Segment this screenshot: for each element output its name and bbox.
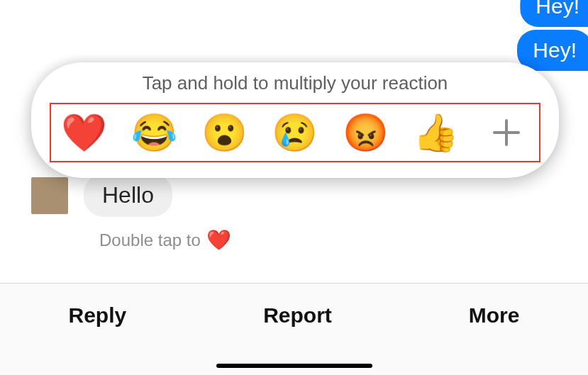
reaction-heart-icon[interactable]: ❤️ xyxy=(60,108,108,157)
avatar[interactable] xyxy=(31,177,68,214)
incoming-message-row: Hello xyxy=(31,174,172,217)
reaction-wow-icon[interactable]: 😮 xyxy=(201,108,249,157)
reaction-hint-text: Tap and hold to multiply your reaction xyxy=(50,72,540,94)
add-reaction-button[interactable] xyxy=(482,108,531,157)
home-indicator xyxy=(216,364,372,368)
incoming-message-bubble[interactable]: Hello xyxy=(84,174,172,217)
double-tap-hint: Double tap to ❤️ xyxy=(99,228,231,252)
message-action-bar: Reply Report More xyxy=(0,283,588,375)
reply-button[interactable]: Reply xyxy=(68,303,126,328)
outgoing-message-bubble-partial[interactable]: Hey! xyxy=(520,0,588,27)
reaction-angry-icon[interactable]: 😡 xyxy=(341,108,389,157)
reaction-sad-icon[interactable]: 😢 xyxy=(271,108,319,157)
reaction-row-highlight: ❤️ 😂 😮 😢 😡 👍 xyxy=(50,103,540,162)
chat-area: Hey! Hey! Tap and hold to multiply your … xyxy=(0,0,588,283)
more-button[interactable]: More xyxy=(469,303,520,328)
outgoing-message-bubble[interactable]: Hey! xyxy=(517,30,588,71)
plus-icon xyxy=(493,119,520,146)
heart-icon: ❤️ xyxy=(206,228,231,252)
double-tap-hint-text: Double tap to xyxy=(99,230,201,250)
reaction-picker-overlay: Tap and hold to multiply your reaction ❤… xyxy=(31,62,559,178)
report-button[interactable]: Report xyxy=(263,303,332,328)
reaction-like-icon[interactable]: 👍 xyxy=(412,108,460,157)
reaction-laugh-icon[interactable]: 😂 xyxy=(130,108,178,157)
